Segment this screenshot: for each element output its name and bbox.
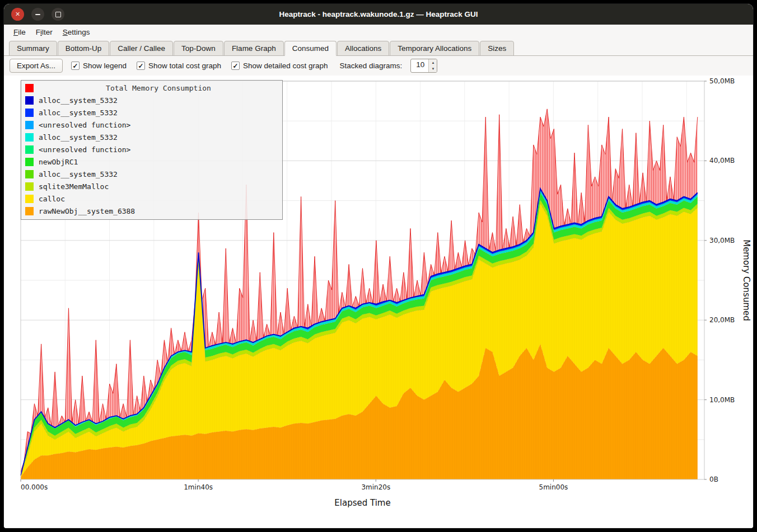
maximize-icon <box>55 12 61 17</box>
legend-swatch-icon <box>25 96 34 105</box>
window-title: Heaptrack - heaptrack.wakunode.1.gz — He… <box>279 10 478 18</box>
legend-item: <unresolved function> <box>25 119 278 131</box>
legend-swatch-icon <box>25 145 34 154</box>
checkbox-show-legend[interactable]: ✓Show legend <box>71 62 127 70</box>
checkbox-show-detailed-cost-graph[interactable]: ✓Show detailed cost graph <box>231 62 328 70</box>
menu-item-filter[interactable]: Filter <box>31 26 58 38</box>
legend-label: newObjRC1 <box>39 158 78 166</box>
tab-allocations[interactable]: Allocations <box>337 41 389 56</box>
x-tick-label: 3min20s <box>361 483 390 491</box>
checkbox-show-total-cost-graph[interactable]: ✓Show total cost graph <box>137 62 221 70</box>
minimize-button[interactable] <box>31 8 44 21</box>
checkbox-label: Show detailed cost graph <box>243 62 328 70</box>
app-window: ✕ Heaptrack - heaptrack.wakunode.1.gz — … <box>4 4 753 528</box>
legend-label: Total Memory Consumption <box>39 84 278 92</box>
checkbox-label: Show total cost graph <box>148 62 221 70</box>
tab-top-down[interactable]: Top-Down <box>174 41 223 56</box>
legend-label: alloc__system_5332 <box>39 133 118 142</box>
legend-item: alloc__system_5332 <box>25 131 278 143</box>
legend-title-row: Total Memory Consumption <box>25 82 278 94</box>
export-as-button[interactable]: Export As... <box>10 59 63 73</box>
menubar: FileFilterSettings <box>4 25 753 39</box>
tab-consumed[interactable]: Consumed <box>284 41 337 56</box>
y-tick-label: 40,0MB <box>709 157 735 164</box>
y-tick-label: 10,0MB <box>709 396 735 404</box>
spin-buttons: ▲ ▼ <box>428 59 437 72</box>
close-icon: ✕ <box>15 11 20 17</box>
maximize-button[interactable] <box>52 8 64 21</box>
close-button[interactable]: ✕ <box>11 8 24 21</box>
tab-summary[interactable]: Summary <box>9 41 57 56</box>
legend-item: alloc__system_5332 <box>25 168 278 180</box>
titlebar: ✕ Heaptrack - heaptrack.wakunode.1.gz — … <box>4 4 753 25</box>
legend-label: alloc__system_5332 <box>39 109 118 117</box>
legend-swatch-icon <box>25 133 34 142</box>
legend-item: <unresolved function> <box>25 143 278 156</box>
tab-caller-callee[interactable]: Caller / Callee <box>110 41 173 56</box>
legend-label: rawNewObj__system_6388 <box>39 207 135 215</box>
spin-down-button[interactable]: ▼ <box>429 66 437 73</box>
stacked-diagrams-spinbox[interactable]: 10 ▲ ▼ <box>410 59 437 73</box>
toolbar: Export As... ✓Show legend✓Show total cos… <box>4 56 753 76</box>
x-tick-label: 00.000s <box>21 483 48 491</box>
chart-area: 0B10,0MB20,0MB30,0MB40,0MB50,0MB00.000s1… <box>4 76 753 528</box>
legend-item: alloc__system_5332 <box>25 106 278 119</box>
x-tick-label: 1min40s <box>184 483 213 491</box>
legend-swatch-icon <box>25 84 34 92</box>
legend-swatch-icon <box>25 158 34 166</box>
legend-label: sqlite3MemMalloc <box>39 182 109 191</box>
y-tick-label: 0B <box>709 475 718 483</box>
legend-item: calloc <box>25 192 278 205</box>
legend-label: calloc <box>39 195 65 203</box>
legend-swatch-icon <box>25 170 34 178</box>
menu-item-settings[interactable]: Settings <box>58 26 95 38</box>
legend-item: sqlite3MemMalloc <box>25 180 278 192</box>
spin-up-button[interactable]: ▲ <box>429 59 437 66</box>
legend-swatch-icon <box>25 195 34 203</box>
x-axis-title: Elapsed Time <box>334 498 390 508</box>
y-tick-label: 30,0MB <box>709 237 735 244</box>
tab-sizes[interactable]: Sizes <box>480 41 514 56</box>
legend-swatch-icon <box>25 182 34 191</box>
menu-item-file[interactable]: File <box>8 26 31 38</box>
checkbox-label: Show legend <box>83 62 127 70</box>
legend-swatch-icon <box>25 207 34 215</box>
stacked-diagrams-value: 10 <box>411 59 428 72</box>
legend-label: <unresolved function> <box>39 145 130 154</box>
legend-label: <unresolved function> <box>39 121 130 129</box>
y-tick-label: 20,0MB <box>709 316 735 324</box>
stacked-diagrams-label: Stacked diagrams: <box>340 62 403 70</box>
legend-item: alloc__system_5332 <box>25 94 278 106</box>
checkbox-box-icon: ✓ <box>137 62 145 70</box>
checkbox-box-icon: ✓ <box>71 62 80 70</box>
chart-legend: Total Memory Consumptionalloc__system_53… <box>21 80 283 220</box>
legend-item: newObjRC1 <box>25 156 278 168</box>
legend-swatch-icon <box>25 121 34 129</box>
tab-bottom-up[interactable]: Bottom-Up <box>58 41 110 56</box>
legend-swatch-icon <box>25 109 34 117</box>
x-tick-label: 5min00s <box>539 483 568 491</box>
window-controls: ✕ <box>11 8 64 21</box>
legend-label: alloc__system_5332 <box>39 96 118 105</box>
checkbox-box-icon: ✓ <box>231 62 240 70</box>
tab-temporary-allocations[interactable]: Temporary Allocations <box>390 41 479 56</box>
checkbox-group: ✓Show legend✓Show total cost graph✓Show … <box>71 62 328 70</box>
tab-bar: SummaryBottom-UpCaller / CalleeTop-DownF… <box>4 39 753 56</box>
y-tick-label: 50,0MB <box>709 77 735 85</box>
legend-item: rawNewObj__system_6388 <box>25 205 278 217</box>
y-axis-title: Memory Consumed <box>741 239 751 321</box>
tab-flame-graph[interactable]: Flame Graph <box>224 41 284 56</box>
minimize-icon <box>35 14 40 15</box>
legend-label: alloc__system_5332 <box>39 170 118 178</box>
